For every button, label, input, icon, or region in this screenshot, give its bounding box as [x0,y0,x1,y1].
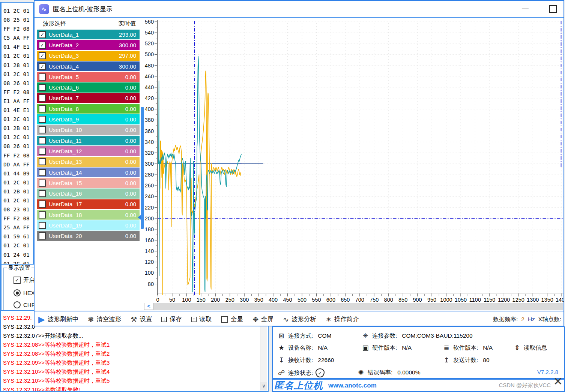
row-checkbox[interactable] [39,169,46,176]
wave-line-icon: ∿ [283,315,289,324]
hex-radio[interactable] [14,289,21,296]
row-checkbox[interactable] [39,116,46,123]
maximize-button[interactable] [549,5,557,13]
wave-row-7[interactable]: UserData_70.00 [37,93,140,103]
wave-row-1[interactable]: ✓UserData_1293.00 [37,30,140,39]
settings-button[interactable]: ⚒设置 [131,315,152,324]
titlebar[interactable]: ∿ 匿名上位机-波形显示 — [35,1,563,18]
toolbar: ▶波形刷新中❃清空波形⚒设置↓保存↑读取全显✥全屏∿波形分析✶操作简介 数据频率… [35,311,563,326]
wave-row-2[interactable]: ✓UserData_2300.00 [37,40,140,50]
clear-wave-button[interactable]: ❃清空波形 [88,315,121,324]
connect-params-label: 连接参数: [372,332,397,340]
row-checkbox[interactable]: ✓ [39,52,46,59]
row-checkbox[interactable]: ✓ [39,42,46,49]
full-display-button[interactable]: 全显 [221,315,243,323]
wave-row-13[interactable]: UserData_130.00 [37,157,140,167]
chart-hscrollbar[interactable]: < [144,303,563,310]
tray-down-icon: ↓ [161,317,167,322]
hex-line: 01 28 01 [3,61,33,70]
row-checkbox[interactable] [39,137,46,144]
wave-row-17[interactable]: UserData_170.00 [37,199,140,209]
hex-display-row[interactable]: HEX: [14,289,36,296]
tx-count-field: ↥发送计数:80 [442,356,490,364]
wave-row-12[interactable]: UserData_120.00 [37,146,140,156]
row-checkbox[interactable] [39,126,46,133]
row-checkbox[interactable] [39,105,46,112]
row-checkbox[interactable] [39,211,46,218]
brand-url-link[interactable]: www.anotc.com [328,382,377,389]
row-checkbox[interactable] [39,84,46,91]
display-settings-group: 显示设置 ✓ 开启 HEX: CHR [0,265,36,310]
wave-row-16[interactable]: UserData_160.00 [37,189,140,198]
row-label: UserData_11 [49,138,81,144]
scroll-down-button[interactable]: ∨ [260,382,267,391]
row-checkbox[interactable] [39,222,46,229]
hscroll-track[interactable] [153,303,563,310]
axis-tick-label: 1250 [512,297,524,303]
wave-row-9[interactable]: UserData_90.00 [37,114,140,124]
read-info-button[interactable]: ⇕读取信息 [513,344,547,352]
row-value: 297.00 [119,52,136,59]
hex-line: 08 25 01 [3,15,33,24]
axis-tick-label: 380 [145,117,154,123]
axis-tick-label: 750 [370,297,379,303]
axis-tick-label: 420 [145,95,154,101]
axis-tick-label: 400 [145,106,154,112]
wave-row-10[interactable]: UserData_100.00 [37,125,140,135]
wave-row-8[interactable]: UserData_80.00 [37,104,140,114]
wave-refresh-button[interactable]: ▶波形刷新中 [38,314,78,325]
hex-line: FF F2 08 [3,214,33,223]
wave-row-11[interactable]: UserData_110.00 [37,136,140,145]
save-button[interactable]: ↓保存 [161,315,182,323]
row-label: UserData_8 [49,106,79,112]
boxed-x-icon: ⊠ [277,332,286,340]
wave-analysis-button[interactable]: ∿波形分析 [283,315,316,324]
enable-checkbox[interactable]: ✓ [14,277,21,284]
wave-row-14[interactable]: UserData_140.00 [37,168,140,177]
row-checkbox[interactable] [39,232,46,239]
data-rate-unit: Hz [528,316,535,323]
row-checkbox[interactable] [39,148,46,155]
wave-row-15[interactable]: UserData_150.00 [37,178,140,188]
hex-line: FF F2 08 [3,88,33,97]
row-checkbox[interactable] [39,94,46,102]
row-checkbox[interactable]: ✓ [39,31,46,38]
wave-row-18[interactable]: UserData_180.00 [37,210,140,220]
row-label: UserData_4 [49,63,79,70]
row-checkbox[interactable] [39,180,46,187]
axis-tick-label: 520 [145,40,154,46]
hex-line: 01 2C 01 [3,51,33,60]
wave-row-4[interactable]: ✓UserData_4300.00 [37,61,140,71]
wave-row-3[interactable]: ✓UserData_3297.00 [37,51,140,61]
row-value: 0.00 [125,180,136,186]
enable-display-row[interactable]: ✓ 开启 [14,277,35,284]
hex-line: 01 2C 01 [3,6,33,15]
hex-data-panel[interactable]: 01 2C 0108 25 01FF F2 08C5 AA FF01 4F E1… [0,2,34,265]
minimize-button[interactable]: — [519,4,531,12]
fan-icon: ❃ [88,315,94,324]
chr-radio[interactable] [14,301,21,308]
hex-line: 25 AA FF [3,223,33,232]
row-value: 0.00 [125,201,136,207]
wave-row-20[interactable]: UserData_200.00 [37,231,140,241]
waveform-chart[interactable]: 5605405205004804604404204003803603403203… [143,18,564,304]
axis-tick-label: 500 [298,297,307,303]
expand-icon: ✥ [252,315,258,324]
wave-row-5[interactable]: UserData_50.00 [37,72,140,82]
row-checkbox[interactable] [39,73,46,81]
read-info-label: 读取信息 [524,344,547,352]
row-checkbox[interactable]: ✓ [39,63,46,70]
scroll-left-button[interactable]: < [144,303,153,310]
wave-row-6[interactable]: UserData_60.00 [37,82,140,92]
hex-line: FF F2 08 [3,151,33,160]
row-checkbox[interactable] [39,190,46,197]
chr-display-row[interactable]: CHR [14,301,36,308]
full-screen-button[interactable]: ✥全屏 [252,315,273,324]
row-value: 0.00 [125,116,136,123]
row-checkbox[interactable] [39,158,46,165]
row-checkbox[interactable] [39,200,46,208]
read-button[interactable]: ↑读取 [191,315,212,323]
hex-line: 01 4E E1 [3,106,33,115]
wave-row-19[interactable]: UserData_190.00 [37,220,140,230]
op-intro-button[interactable]: ✶操作简介 [326,315,359,324]
